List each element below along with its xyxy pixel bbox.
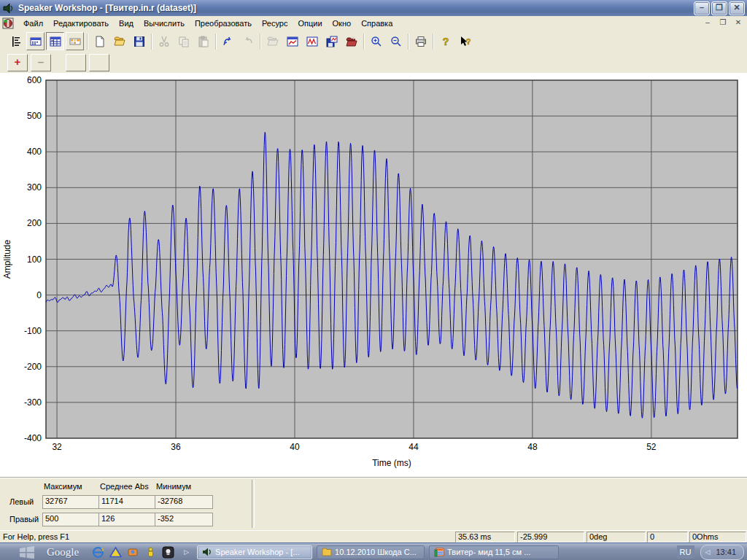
new-document-button[interactable] xyxy=(90,32,109,50)
left-avg-field[interactable]: 11714 xyxy=(98,495,157,509)
x-tick-label: 44 xyxy=(409,442,419,452)
zoom-out-button[interactable] xyxy=(387,32,405,50)
right-max-field[interactable]: 500 xyxy=(42,513,101,526)
x-tick-label: 48 xyxy=(527,442,538,452)
paste-icon xyxy=(198,36,209,47)
x-tick-label: 32 xyxy=(52,442,62,452)
y-tick-label: -300 xyxy=(24,397,42,408)
chart-zigzag-icon xyxy=(306,36,318,47)
copy-button[interactable] xyxy=(174,32,193,50)
right-avg-field[interactable]: 126 xyxy=(98,513,157,526)
menu-item-4[interactable]: Преобразовать xyxy=(190,17,257,30)
save-chart-icon xyxy=(326,36,338,47)
import-folder-button[interactable] xyxy=(263,32,282,50)
menu-item-5[interactable]: Ресурс xyxy=(257,17,293,30)
toolbar-separator xyxy=(406,34,411,50)
context-help-button[interactable]: ? xyxy=(456,32,474,50)
export-folder-icon xyxy=(346,36,357,47)
copy-icon xyxy=(178,36,190,47)
x-tick-label: 36 xyxy=(171,442,181,452)
app-window: Speaker Workshop - [Твитер.in.r (dataset… xyxy=(0,0,747,560)
export-folder-button[interactable] xyxy=(342,32,360,50)
y-tick-label: 100 xyxy=(27,254,42,265)
menu-item-2[interactable]: Вид xyxy=(114,17,139,30)
google-toolbar-label[interactable]: Google xyxy=(47,546,79,559)
save-button[interactable] xyxy=(130,32,148,50)
remove-button[interactable]: – xyxy=(31,54,51,71)
maximize-button[interactable]: ❐ xyxy=(711,1,727,15)
windows-logo-icon xyxy=(19,545,35,559)
new-document-icon xyxy=(94,36,106,47)
toolbar-separator xyxy=(430,34,436,50)
zoom-in-icon xyxy=(371,36,382,47)
y-tick-label: -400 xyxy=(24,433,42,443)
menu-item-1[interactable]: Редактировать xyxy=(48,17,114,30)
status-ohms-field: 0Ohms xyxy=(689,532,746,542)
redo-button[interactable] xyxy=(239,32,257,50)
toolbar-separator xyxy=(213,34,218,50)
help-icon: ? xyxy=(440,36,452,47)
waveform-chart[interactable]: 6005004003002001000-100-200-300-40032364… xyxy=(0,73,747,478)
add-button[interactable]: + xyxy=(7,54,28,71)
doc-table-icon xyxy=(434,547,444,557)
menu-bar: ФайлРедактироватьВидВычислитьПреобразова… xyxy=(0,16,747,31)
view-grid-blue-button[interactable] xyxy=(46,32,64,50)
app-speaker-icon xyxy=(2,3,15,14)
cut-button[interactable] xyxy=(155,32,173,50)
print-button[interactable] xyxy=(411,32,430,50)
import-folder-icon xyxy=(267,36,279,47)
chart-window-button[interactable] xyxy=(283,32,301,50)
folder-icon xyxy=(322,547,332,557)
taskbar-button-speaker-workshop[interactable]: Speaker Workshop - [... xyxy=(197,545,312,559)
menu-item-8[interactable]: Справка xyxy=(356,17,398,30)
view-notes-icon xyxy=(10,36,22,47)
mdi-restore-button[interactable]: ❐ xyxy=(716,18,729,29)
svg-text:?: ? xyxy=(442,36,449,47)
save-chart-button[interactable] xyxy=(322,32,341,50)
chart-zigzag-button[interactable] xyxy=(303,32,321,50)
stats-header-avg: Среднее Abs xyxy=(100,482,149,491)
toolbar-separator xyxy=(85,34,90,50)
view-table-orange-button[interactable] xyxy=(66,32,84,50)
mdi-minimize-button[interactable]: – xyxy=(701,18,714,29)
view-table-blue-button[interactable] xyxy=(26,32,44,50)
status-bar: For Help, press F1 35.63 ms -25.999 0deg… xyxy=(0,530,747,543)
left-min-field[interactable]: -32768 xyxy=(155,495,213,509)
quick-launch xyxy=(89,545,177,559)
zoom-in-button[interactable] xyxy=(367,32,385,50)
menu-item-0[interactable]: Файл xyxy=(18,17,48,30)
clock-area: ◁ 13:41 xyxy=(700,545,744,560)
language-indicator[interactable]: RU xyxy=(677,545,694,559)
tray-collapse-icon[interactable]: ◁ xyxy=(705,548,711,556)
right-min-field[interactable]: -352 xyxy=(155,513,213,526)
chat-icon[interactable] xyxy=(126,545,139,559)
left-max-field[interactable]: 32767 xyxy=(42,495,101,509)
status-help-text: For Help, press F1 xyxy=(3,532,69,541)
svg-text:?: ? xyxy=(465,37,471,46)
icq-icon[interactable] xyxy=(144,545,157,559)
menu-item-7[interactable]: Окно xyxy=(328,17,357,30)
menu-item-3[interactable]: Вычислить xyxy=(139,17,190,30)
taskbar-button-tweeter-doc[interactable]: Твитер- мид 11,5 см ... xyxy=(429,545,559,559)
undo-button[interactable] xyxy=(219,32,237,50)
close-button[interactable]: ✕ xyxy=(729,1,745,15)
acdsee-icon[interactable] xyxy=(109,545,122,559)
blank-button-2[interactable] xyxy=(89,54,109,71)
mdi-close-button[interactable]: ✕ xyxy=(732,18,745,29)
y-tick-label: 300 xyxy=(27,182,42,192)
view-notes-button[interactable] xyxy=(7,32,25,50)
open-folder-button[interactable] xyxy=(110,32,128,50)
quick-launch-expand-icon[interactable]: ▷ xyxy=(184,548,189,556)
help-button[interactable]: ? xyxy=(436,32,454,50)
taskbar-button-folder[interactable]: 10.12.2010 Шкода С... xyxy=(317,545,425,559)
paste-button[interactable] xyxy=(194,32,212,50)
x-axis-label: Time (ms) xyxy=(372,458,411,468)
minimize-button[interactable]: – xyxy=(694,1,710,15)
stats-row-right-label: Правый xyxy=(9,515,39,524)
internet-explorer-icon[interactable] xyxy=(91,545,104,559)
menu-item-6[interactable]: Опции xyxy=(293,17,327,30)
blank-button-1[interactable] xyxy=(66,54,86,71)
system-tray: RU ◁ 13:41 xyxy=(677,545,747,560)
zoom-out-icon xyxy=(390,36,402,47)
media-player-icon[interactable] xyxy=(161,545,174,559)
